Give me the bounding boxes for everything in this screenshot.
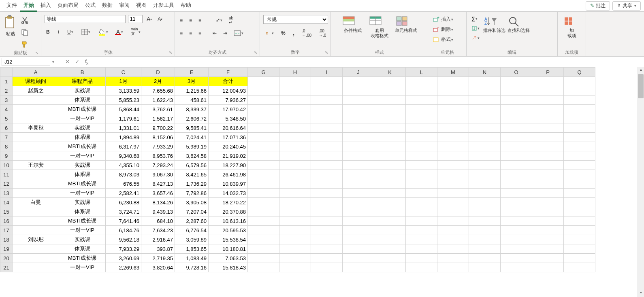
- cell[interactable]: 实战课: [59, 235, 106, 244]
- col-header-F[interactable]: F: [209, 68, 248, 77]
- cell[interactable]: [406, 189, 437, 198]
- cell[interactable]: [248, 161, 279, 170]
- cell[interactable]: [374, 189, 406, 198]
- cell[interactable]: 6,776.54: [175, 226, 209, 235]
- cell[interactable]: [343, 235, 374, 244]
- col-header-G[interactable]: G: [248, 68, 279, 77]
- cell[interactable]: 2,719.35: [141, 254, 175, 263]
- format-painter-icon[interactable]: [20, 40, 29, 49]
- cell[interactable]: [501, 254, 532, 263]
- find-select-button[interactable]: 查找和选择: [507, 15, 530, 33]
- cell[interactable]: 一对一VIP: [59, 189, 106, 198]
- border-button[interactable]: ▾: [80, 28, 92, 36]
- italic-button[interactable]: I: [56, 28, 61, 36]
- cell[interactable]: [374, 77, 406, 86]
- cell[interactable]: [469, 86, 501, 95]
- cell[interactable]: 10,613.16: [209, 216, 248, 226]
- cell[interactable]: [248, 244, 279, 254]
- cell[interactable]: 8,973.03: [106, 170, 141, 179]
- cell[interactable]: [248, 235, 279, 244]
- cell[interactable]: [501, 189, 532, 198]
- decrease-font-icon[interactable]: A▾: [156, 15, 164, 23]
- cell[interactable]: 7,936.27: [209, 95, 248, 105]
- cell[interactable]: [564, 179, 595, 189]
- cell[interactable]: 3,762.61: [141, 105, 175, 114]
- currency-button[interactable]: ¤▾: [263, 29, 275, 37]
- cell[interactable]: [248, 86, 279, 95]
- cell[interactable]: 3,260.69: [106, 254, 141, 263]
- cell[interactable]: [532, 95, 564, 105]
- menu-tab-3[interactable]: 页面布局: [54, 0, 82, 12]
- cell[interactable]: [501, 95, 532, 105]
- cell[interactable]: [437, 254, 469, 263]
- cell[interactable]: [532, 216, 564, 226]
- cell[interactable]: [343, 198, 374, 207]
- cell[interactable]: 676.55: [106, 179, 141, 189]
- cell[interactable]: [13, 170, 59, 179]
- cell[interactable]: [374, 198, 406, 207]
- cell[interactable]: [564, 170, 595, 179]
- cell[interactable]: [279, 189, 311, 198]
- cell[interactable]: [532, 189, 564, 198]
- cell[interactable]: [374, 216, 406, 226]
- cell[interactable]: [311, 207, 343, 216]
- cell[interactable]: 3,724.71: [106, 207, 141, 216]
- cell[interactable]: [501, 114, 532, 123]
- cell[interactable]: [374, 142, 406, 151]
- cell[interactable]: 体系课: [59, 207, 106, 216]
- wrap-text-button[interactable]: ab↵: [227, 15, 235, 25]
- cell[interactable]: [564, 77, 595, 86]
- formula-input[interactable]: [92, 61, 644, 63]
- cell[interactable]: [406, 133, 437, 142]
- share-button[interactable]: ⇪共享▾: [612, 1, 641, 11]
- name-box[interactable]: [2, 58, 50, 66]
- cell[interactable]: [437, 198, 469, 207]
- cell[interactable]: [437, 207, 469, 216]
- cell[interactable]: 6,184.76: [106, 226, 141, 235]
- cell[interactable]: [532, 123, 564, 133]
- cell[interactable]: [501, 198, 532, 207]
- cell[interactable]: [501, 235, 532, 244]
- percent-button[interactable]: %: [279, 30, 287, 37]
- cell[interactable]: [343, 114, 374, 123]
- menu-tab-9[interactable]: 帮助: [177, 0, 194, 12]
- cell[interactable]: [437, 216, 469, 226]
- cell[interactable]: [248, 226, 279, 235]
- cell[interactable]: [469, 133, 501, 142]
- cell[interactable]: 2,916.47: [141, 235, 175, 244]
- delete-cells-button[interactable]: −删除▾: [431, 25, 455, 34]
- cell[interactable]: 赵新之: [13, 86, 59, 95]
- cell[interactable]: [13, 114, 59, 123]
- cell[interactable]: [374, 244, 406, 254]
- cell[interactable]: [248, 198, 279, 207]
- cell[interactable]: [564, 133, 595, 142]
- col-header-M[interactable]: M: [437, 68, 469, 77]
- row-header[interactable]: 12: [0, 179, 13, 189]
- cell[interactable]: 1,622.43: [141, 95, 175, 105]
- cell[interactable]: [406, 142, 437, 151]
- row-header[interactable]: 15: [0, 207, 13, 216]
- cell[interactable]: [437, 263, 469, 272]
- cell[interactable]: 课程顾问: [13, 77, 59, 86]
- cancel-formula-icon[interactable]: ✕: [62, 59, 72, 65]
- cell[interactable]: 17,970.42: [209, 105, 248, 114]
- cell[interactable]: [279, 263, 311, 272]
- cell[interactable]: 3,624.58: [175, 151, 209, 161]
- cell[interactable]: [564, 123, 595, 133]
- cell[interactable]: [437, 235, 469, 244]
- cell[interactable]: [501, 161, 532, 170]
- format-cells-button[interactable]: 格式▾: [431, 35, 455, 44]
- cell[interactable]: [279, 123, 311, 133]
- cell[interactable]: [311, 216, 343, 226]
- scroll-thumb[interactable]: [638, 74, 644, 98]
- cell[interactable]: [501, 77, 532, 86]
- cell[interactable]: [564, 142, 595, 151]
- cell[interactable]: 9,067.30: [141, 170, 175, 179]
- cell[interactable]: 2,269.63: [106, 263, 141, 272]
- cell[interactable]: [501, 142, 532, 151]
- cell[interactable]: 8,339.37: [175, 105, 209, 114]
- col-header-D[interactable]: D: [141, 68, 175, 77]
- cell[interactable]: [564, 207, 595, 216]
- row-header[interactable]: 5: [0, 114, 13, 123]
- cell[interactable]: 18,270.22: [209, 198, 248, 207]
